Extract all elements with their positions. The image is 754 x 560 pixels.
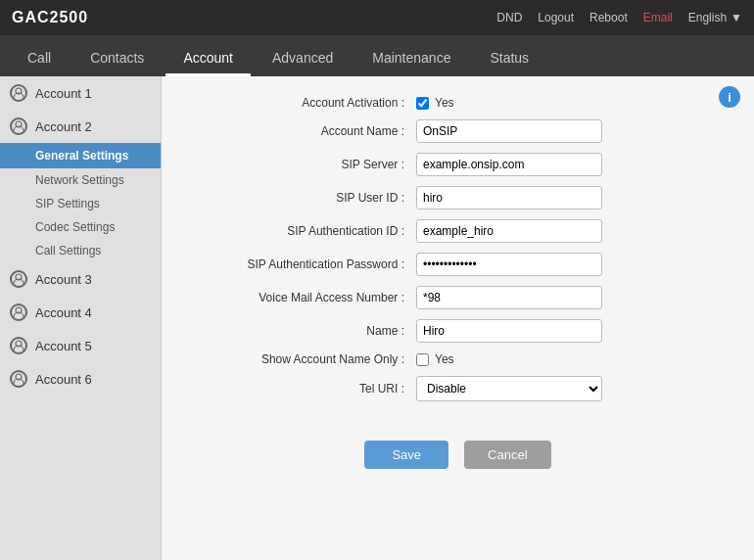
sip-auth-id-row: SIP Authentication ID : — [181, 219, 734, 243]
sidebar-sub-codec-settings[interactable]: Codec Settings — [0, 215, 161, 239]
sidebar-sub-general-settings[interactable]: General Settings — [0, 143, 161, 168]
account4-icon — [10, 303, 27, 321]
sip-auth-password-label: SIP Authentication Password : — [181, 257, 416, 271]
tab-contacts[interactable]: Contacts — [72, 42, 162, 76]
sip-server-input[interactable] — [416, 153, 602, 176]
sidebar-item-account4[interactable]: Account 4 — [0, 296, 161, 329]
sidebar-item-account3[interactable]: Account 3 — [0, 262, 161, 296]
account1-icon — [10, 84, 27, 102]
name-control — [416, 319, 734, 343]
account5-icon — [10, 337, 27, 354]
show-account-name-checkbox[interactable] — [416, 353, 429, 366]
sip-auth-id-label: SIP Authentication ID : — [181, 224, 416, 238]
sip-server-row: SIP Server : — [181, 153, 734, 176]
logout-link[interactable]: Logout — [538, 11, 574, 24]
name-row: Name : — [181, 319, 734, 343]
show-account-name-row: Show Account Name Only : Yes — [181, 352, 734, 366]
account-activation-yes: Yes — [435, 96, 454, 110]
account3-icon — [10, 270, 27, 288]
sip-auth-password-row: SIP Authentication Password : — [181, 253, 734, 276]
account-name-row: Account Name : — [181, 119, 734, 143]
voicemail-row: Voice Mail Access Number : — [181, 286, 734, 309]
voicemail-label: Voice Mail Access Number : — [181, 291, 416, 304]
account-name-label: Account Name : — [181, 124, 416, 138]
account-name-control — [416, 119, 734, 143]
account2-icon — [10, 117, 27, 135]
save-button[interactable]: Save — [364, 441, 448, 469]
tab-status[interactable]: Status — [472, 42, 546, 76]
sidebar-item-account5[interactable]: Account 5 — [0, 329, 161, 362]
info-icon[interactable]: i — [719, 86, 740, 108]
reboot-link[interactable]: Reboot — [589, 11, 628, 24]
account-name-input[interactable] — [416, 119, 602, 143]
content-area: Account 1 Account 2 General Settings Net… — [0, 76, 754, 560]
dnd-link[interactable]: DND — [496, 11, 522, 24]
show-account-name-yes: Yes — [435, 352, 454, 366]
sip-auth-password-control — [416, 253, 734, 276]
voicemail-input[interactable] — [416, 286, 602, 309]
account6-icon — [10, 370, 27, 388]
account5-label: Account 5 — [35, 339, 92, 353]
form: Account Activation : Yes Account Name : … — [181, 86, 734, 421]
sidebar-item-account2[interactable]: Account 2 — [0, 110, 161, 143]
sip-user-id-row: SIP User ID : — [181, 186, 734, 210]
tab-call[interactable]: Call — [10, 42, 69, 76]
account-activation-row: Account Activation : Yes — [181, 96, 734, 110]
sip-user-id-control — [416, 186, 734, 210]
sip-server-label: SIP Server : — [181, 158, 416, 171]
name-input[interactable] — [416, 319, 602, 343]
sidebar-sub-sip-settings[interactable]: SIP Settings — [0, 192, 161, 215]
main-content: i Account Activation : Yes Account Name … — [162, 76, 754, 560]
sidebar-sub-network-settings[interactable]: Network Settings — [0, 168, 161, 192]
tel-uri-select[interactable]: DisableEnable (User=Phone)Enable (Tel UR… — [416, 376, 602, 401]
account-activation-label: Account Activation : — [181, 96, 416, 110]
sip-user-id-label: SIP User ID : — [181, 191, 416, 205]
language-selector[interactable]: English ▼ — [688, 11, 742, 24]
tab-advanced[interactable]: Advanced — [255, 42, 351, 76]
name-label: Name : — [181, 324, 416, 338]
button-row: Save Cancel — [181, 441, 734, 469]
email-link[interactable]: Email — [643, 11, 673, 24]
tab-account[interactable]: Account — [165, 42, 251, 76]
app-logo: GAC2500 — [12, 9, 88, 26]
sip-user-id-input[interactable] — [416, 186, 602, 210]
show-account-name-label: Show Account Name Only : — [181, 352, 416, 366]
top-links: DND Logout Reboot Email English ▼ — [496, 11, 742, 24]
top-bar: GAC2500 DND Logout Reboot Email English … — [0, 0, 754, 35]
account-activation-control: Yes — [416, 96, 734, 110]
account1-label: Account 1 — [35, 86, 92, 101]
tel-uri-label: Tel URI : — [181, 382, 416, 396]
show-account-name-control: Yes — [416, 352, 734, 366]
sidebar-item-account6[interactable]: Account 6 — [0, 362, 161, 396]
tab-maintenance[interactable]: Maintenance — [354, 42, 468, 76]
tel-uri-row: Tel URI : DisableEnable (User=Phone)Enab… — [181, 376, 734, 401]
sip-auth-id-input[interactable] — [416, 219, 602, 243]
account4-label: Account 4 — [35, 305, 92, 320]
sip-server-control — [416, 153, 734, 176]
account2-label: Account 2 — [35, 119, 92, 134]
sidebar-sub-call-settings[interactable]: Call Settings — [0, 239, 161, 262]
nav-tabs: Call Contacts Account Advanced Maintenan… — [0, 35, 754, 76]
account6-label: Account 6 — [35, 372, 92, 387]
cancel-button[interactable]: Cancel — [464, 441, 550, 469]
sip-auth-id-control — [416, 219, 734, 243]
account3-label: Account 3 — [35, 272, 92, 287]
voicemail-control — [416, 286, 734, 309]
sidebar: Account 1 Account 2 General Settings Net… — [0, 76, 162, 560]
sip-auth-password-input[interactable] — [416, 253, 602, 276]
sidebar-item-account1[interactable]: Account 1 — [0, 76, 161, 110]
account-activation-checkbox[interactable] — [416, 97, 429, 110]
tel-uri-control: DisableEnable (User=Phone)Enable (Tel UR… — [416, 376, 734, 401]
